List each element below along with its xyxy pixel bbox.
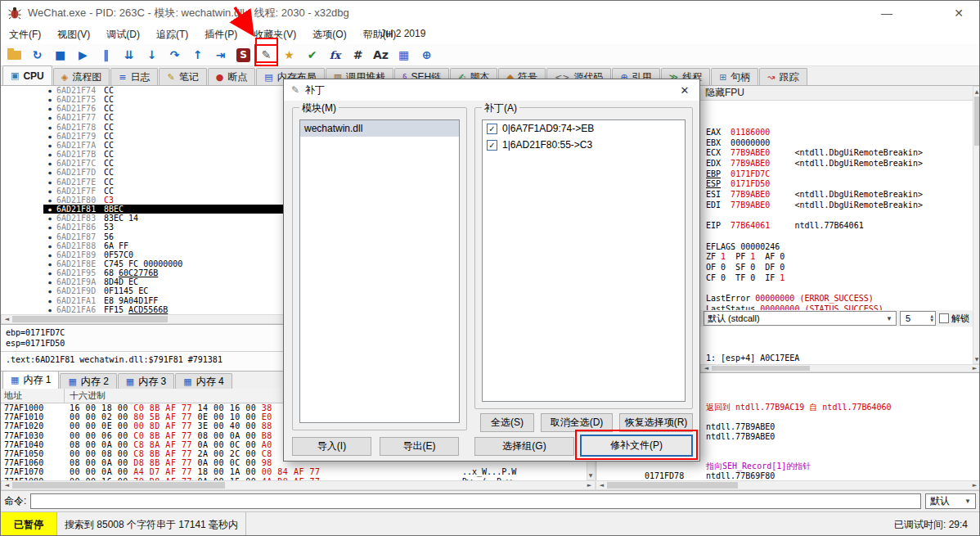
scroll-down-icon[interactable]: ▼ [587,471,594,480]
checkbox-checked-icon[interactable]: ✓ [487,140,497,151]
breakpoint-dot[interactable]: ● [43,250,56,259]
menu-file[interactable]: 文件(F) [1,25,49,44]
patch-icon[interactable]: ✎ [256,46,276,65]
command-combo[interactable]: 默认 ▼ [925,493,976,509]
scroll-left-icon[interactable]: ◄ [2,315,12,323]
register-line[interactable] [706,211,973,222]
scroll-up-icon[interactable]: ▲ [973,87,980,96]
import-button[interactable]: 导入(I) [292,437,371,456]
memory-window-icon[interactable]: ▦ [393,46,414,65]
menu-options[interactable]: 选项(O) [304,25,354,44]
tab-notes[interactable]: ✎ 笔记 [159,68,206,85]
register-line[interactable]: EDI 77B9ABE0 <ntdll.DbgUiRemoteBreakin> [706,200,973,211]
scroll-thumb[interactable] [974,97,979,146]
patch-list[interactable]: ✓ 0|6A7F1AD9:74->EB ✓ 1|6AD21F80:55->C3 [482,119,686,402]
menu-view[interactable]: 视图(V) [49,25,98,44]
module-item[interactable]: wechatwin.dll [300,120,459,137]
breakpoint-dot[interactable]: ● [43,214,56,223]
scylla-icon[interactable]: S [233,46,254,65]
register-line[interactable]: LastError 00000000 (ERROR_SUCCESS) [706,294,973,304]
check-icon[interactable]: ✔ [302,46,322,65]
breakpoint-dot[interactable]: ● [43,196,56,205]
scroll-thumb[interactable] [607,482,738,489]
arg-count-stepper[interactable]: 5 ▲▼ [900,311,936,326]
scroll-thumb[interactable] [712,366,810,371]
register-line[interactable]: EBP 0171FD7C [706,169,973,180]
step-out-icon[interactable]: ↑ [187,46,208,65]
stack-row[interactable]: 0171FD78 00000000 [596,462,980,471]
patch-item[interactable]: ✓ 1|6AD21F80:55->C3 [483,137,685,153]
patch-dialog-titlebar[interactable]: ✎ 补丁 ✕ [284,79,699,101]
minimize-button[interactable]: — [873,1,901,25]
register-line[interactable]: EAX 01186000 [706,128,973,138]
dump-row[interactable]: 77AF1070 00 00 0A 00 A4 D7 AF 77 18 00 1… [1,467,596,476]
breakpoint-dot[interactable]: ● [43,113,56,122]
arguments-hscrollbar[interactable]: ◄ ► [700,364,980,372]
scroll-thumb[interactable] [12,482,225,489]
breakpoint-dot[interactable]: ● [43,223,56,232]
module-list[interactable]: wechatwin.dll [299,119,460,423]
menu-plugins[interactable]: 插件(P) [196,25,245,44]
breakpoint-dot[interactable]: ● [43,286,56,295]
animate-icon[interactable]: ⇊ [119,46,139,65]
registers-vscrollbar[interactable]: ▲ ▼ [973,86,980,364]
tab-breakpoints[interactable]: ● 断点 [208,68,256,85]
close-button[interactable]: ✕ [945,1,973,25]
breakpoint-dot[interactable]: ● [43,104,56,113]
tab-trace[interactable]: ↝ 跟踪 [759,68,807,85]
command-input[interactable] [30,493,921,509]
case-icon[interactable]: Az [371,46,391,65]
breakpoint-dot[interactable]: ● [43,168,56,177]
scroll-thumb[interactable] [12,316,168,322]
register-line[interactable]: CF 0 TF 0 IF 1 [706,273,973,284]
scroll-down-icon[interactable]: ▼ [973,354,980,363]
scroll-right-icon[interactable]: ► [969,481,980,489]
dialog-close-icon[interactable]: ✕ [670,79,699,101]
stop-icon[interactable]: ■ [50,46,70,65]
restart-icon[interactable]: ↻ [27,46,47,65]
breakpoint-dot[interactable]: ● [43,241,56,250]
breakpoint-dot[interactable]: ● [43,86,56,95]
export-button[interactable]: 导出(E) [380,437,459,456]
run-icon[interactable]: ▶ [73,46,93,65]
unlock-checkbox[interactable]: 解锁 [939,313,969,325]
scroll-left-icon[interactable]: ◄ [596,481,607,489]
breakpoint-dot[interactable]: ● [43,296,56,305]
breakpoint-dot[interactable]: ● [43,232,56,241]
menu-trace[interactable]: 追踪(T) [148,25,196,44]
stack-hscrollbar[interactable]: ◄ ► [596,480,980,490]
tab-cpu[interactable]: ▣ CPU [2,65,52,85]
breakpoint-dot[interactable]: ● [43,150,56,159]
tab-dump-2[interactable]: ▦ 内存 2 [60,373,116,389]
tab-log[interactable]: ≡ 日志 [110,68,158,85]
breakpoint-dot[interactable]: ● [43,95,56,104]
scroll-left-icon[interactable]: ◄ [701,365,712,372]
scroll-right-icon[interactable]: ► [969,365,980,372]
pause-icon[interactable]: ‖ [96,46,116,65]
register-line[interactable]: ESI 77B9ABE0 <ntdll.DbgUiRemoteBreakin> [706,190,973,200]
select-group-button[interactable]: 选择组(G) [474,437,574,456]
scroll-right-icon[interactable]: ► [584,481,595,489]
breakpoint-dot[interactable]: ● [43,132,56,141]
execute-till-return-icon[interactable]: ⇥ [210,46,231,65]
patch-file-button[interactable]: 修补文件(P) [580,435,693,457]
shortcuts-icon[interactable]: # [348,46,368,65]
stepper-arrows-icon[interactable]: ▲▼ [930,314,933,322]
tab-dump-4[interactable]: ▦ 内存 4 [175,373,232,389]
register-line[interactable]: EFLAGS 00000246 [706,242,973,253]
tab-dump-3[interactable]: ▦ 内存 3 [118,373,174,389]
step-over-icon[interactable]: ↷ [164,46,185,65]
register-line[interactable]: LastStatus 00000000 (STATUS_SUCCESS) [706,304,973,310]
tab-dump-1[interactable]: ▦ 内存 1 [2,371,59,389]
breakpoint-dot[interactable]: ● [43,277,56,286]
breakpoint-dot[interactable]: ● [43,141,56,150]
globe-icon[interactable]: ⊕ [416,46,437,65]
calling-convention-select[interactable]: 默认 (stdcall) ▼ [704,311,897,326]
breakpoint-dot[interactable]: ● [43,123,56,132]
favourites-icon[interactable]: ★ [279,46,299,65]
restore-selection-button[interactable]: 恢复选择项(R) [619,413,693,432]
stack-row[interactable]: 0171FD7C 0171FD8C [596,471,980,480]
tab-handles[interactable]: ⊞ 句柄 [711,68,758,85]
breakpoint-dot[interactable]: ● [43,205,56,214]
breakpoint-dot[interactable]: ● [43,259,56,268]
